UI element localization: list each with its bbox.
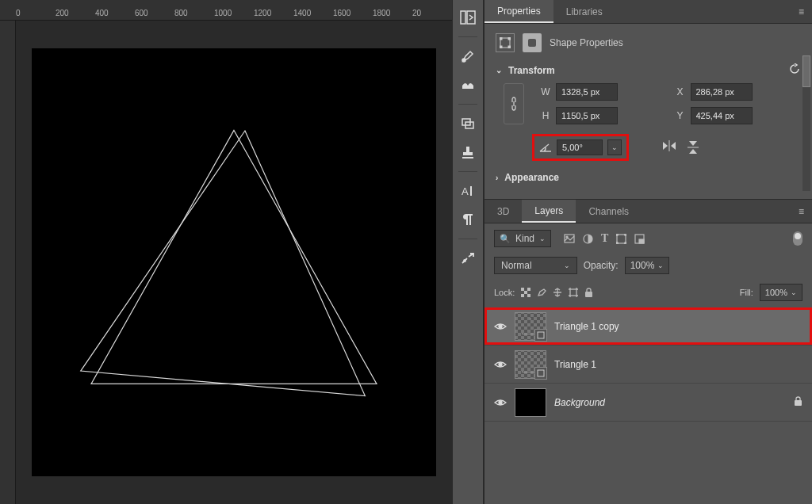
layer-name[interactable]: Background [554, 397, 605, 408]
svg-text:A: A [462, 185, 469, 197]
y-label: Y [675, 110, 686, 121]
height-input[interactable] [556, 107, 618, 124]
artboard[interactable] [32, 48, 436, 476]
filter-smartobject-icon[interactable] [634, 234, 645, 244]
svg-marker-23 [689, 149, 697, 154]
svg-rect-34 [639, 239, 644, 243]
filter-shape-icon[interactable] [616, 234, 626, 244]
ruler-vertical [0, 21, 16, 504]
stamp-icon[interactable] [456, 141, 480, 163]
svg-rect-21 [669, 140, 670, 151]
flip-horizontal-icon[interactable] [662, 140, 676, 155]
svg-point-4 [462, 59, 465, 62]
ruler-tick: 1200 [254, 9, 293, 20]
appearance-section-header[interactable]: › Appearance [496, 172, 801, 183]
svg-point-44 [499, 363, 502, 366]
layer-row-triangle-1-copy[interactable]: Triangle 1 copy [485, 307, 812, 346]
svg-rect-28 [617, 235, 626, 243]
canvas[interactable] [16, 21, 452, 504]
tab-properties[interactable]: Properties [485, 0, 553, 23]
visibility-toggle-icon[interactable] [494, 360, 507, 369]
properties-scrollbar[interactable] [802, 55, 810, 191]
layer-name[interactable]: Triangle 1 copy [554, 321, 619, 332]
layer-name[interactable]: Triangle 1 [554, 359, 596, 370]
ruler-tick: 400 [95, 9, 135, 20]
link-wh-button[interactable] [504, 83, 524, 124]
layer-list: Triangle 1 copy Triangle 1 Background [485, 307, 812, 504]
tab-libraries[interactable]: Libraries [553, 0, 615, 23]
blend-mode-select[interactable]: Normal ⌄ [494, 257, 577, 274]
rotation-field-highlighted: ⌄ [532, 134, 629, 161]
transform-section-header[interactable]: ⌄ Transform [496, 63, 801, 77]
svg-rect-43 [538, 332, 544, 338]
y-input[interactable] [691, 107, 753, 124]
lock-image-icon[interactable] [537, 288, 546, 298]
rotation-input[interactable] [557, 139, 603, 155]
rotation-dropdown[interactable]: ⌄ [607, 139, 622, 155]
panel-menu-icon[interactable]: ≡ [791, 206, 812, 217]
lock-transparency-icon[interactable] [521, 288, 530, 298]
layers-icon[interactable] [456, 113, 480, 135]
reset-transform-icon[interactable] [788, 63, 801, 77]
x-label: X [675, 86, 686, 97]
tab-3d[interactable]: 3D [485, 200, 522, 223]
layer-thumbnail[interactable] [515, 312, 546, 341]
canvas-area: 0 200 400 600 800 1000 1200 1400 1600 18… [0, 0, 452, 504]
layer-row-background[interactable]: Background [485, 384, 812, 422]
svg-point-30 [625, 234, 627, 236]
filter-type-icon[interactable]: T [601, 232, 608, 245]
layers-tabbar: 3D Layers Channels ≡ [485, 200, 812, 223]
filter-pixel-icon[interactable] [564, 234, 575, 243]
collapse-panels-icon[interactable] [456, 6, 480, 29]
width-input[interactable] [556, 83, 618, 101]
swatches-icon[interactable] [456, 74, 480, 96]
layer-row-triangle-1[interactable]: Triangle 1 [485, 346, 812, 384]
lock-row: Lock: Fill: 100% ⌄ [485, 281, 812, 307]
tab-layers[interactable]: Layers [522, 200, 576, 223]
appearance-title: Appearance [504, 172, 559, 183]
lock-all-icon[interactable] [584, 288, 593, 298]
svg-point-42 [499, 325, 502, 328]
lock-artboard-icon[interactable] [569, 288, 578, 298]
filter-kind-select[interactable]: 🔍 Kind ⌄ [494, 230, 551, 247]
settings-icon[interactable] [456, 247, 480, 269]
ruler-tick: 200 [56, 9, 95, 20]
ruler-tick: 1000 [214, 9, 254, 20]
lock-position-icon[interactable] [553, 288, 562, 298]
svg-rect-25 [565, 235, 574, 242]
tab-channels[interactable]: Channels [576, 200, 642, 223]
blend-mode-value: Normal [501, 260, 532, 271]
kind-label: Kind [515, 233, 534, 244]
ruler-tick: 800 [174, 9, 214, 20]
svg-marker-19 [663, 142, 668, 150]
chevron-down-icon: ⌄ [564, 262, 570, 269]
ruler-tick: 1800 [373, 9, 412, 20]
layer-thumbnail[interactable] [515, 350, 546, 379]
x-input[interactable] [691, 83, 753, 101]
svg-rect-11 [470, 186, 472, 196]
chevron-down-icon: ⌄ [496, 66, 502, 74]
panel-menu-icon[interactable]: ≡ [791, 6, 812, 17]
filter-adjustment-icon[interactable] [583, 234, 593, 244]
character-icon[interactable]: A [456, 180, 480, 202]
ruler-tick: 20 [412, 9, 452, 20]
fill-input[interactable]: 100% ⌄ [760, 284, 802, 301]
search-icon: 🔍 [500, 234, 511, 244]
ruler-tick: 600 [135, 9, 174, 20]
fill-label: Fill: [740, 288, 753, 297]
ruler-tick: 0 [16, 9, 56, 20]
opacity-label: Opacity: [584, 260, 619, 271]
flip-vertical-icon[interactable] [688, 140, 699, 155]
layer-thumbnail[interactable] [515, 388, 546, 417]
svg-rect-3 [467, 11, 475, 24]
filter-toggle[interactable] [793, 231, 802, 246]
history-brush-icon[interactable] [456, 45, 480, 67]
height-label: H [540, 110, 551, 121]
lock-icon[interactable] [794, 396, 802, 409]
visibility-toggle-icon[interactable] [494, 322, 507, 331]
opacity-input[interactable]: 100% ⌄ [625, 257, 670, 274]
paragraph-icon[interactable] [456, 208, 480, 231]
properties-panel: Shape Properties ⌄ Transform W X H Y [485, 24, 812, 199]
visibility-toggle-icon[interactable] [494, 398, 507, 407]
svg-rect-15 [508, 37, 511, 40]
